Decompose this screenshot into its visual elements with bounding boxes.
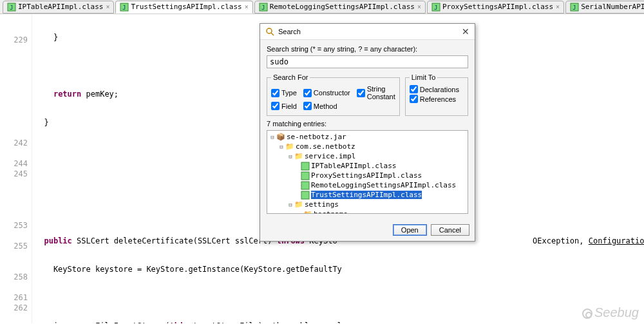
chk-references[interactable]: References: [410, 95, 456, 103]
java-class-icon: J: [7, 3, 16, 12]
svg-line-11: [271, 33, 274, 35]
close-icon[interactable]: ×: [417, 3, 421, 10]
cancel-button[interactable]: Cancel: [431, 224, 469, 236]
search-input[interactable]: [267, 55, 468, 68]
tab-label: SerialNumberAPIImpl.class: [581, 3, 644, 11]
limit-to-group: Limit To Declarations References: [405, 73, 468, 116]
tab-proxysettings[interactable]: J ProxySettingsAPIImpl.class ×: [427, 1, 564, 14]
search-dialog: Search ✕ Search string (* = any string, …: [260, 23, 475, 242]
tab-label: TrustSettingsAPIImpl.class: [131, 3, 242, 11]
java-class-icon: J: [259, 3, 268, 12]
editor-tabbar: J IPTableAPIImpl.class × J TrustSettings…: [0, 0, 644, 14]
svg-text:J: J: [122, 5, 126, 11]
close-icon[interactable]: ×: [106, 3, 109, 10]
search-icon: [265, 27, 274, 36]
package-icon: 📁: [303, 210, 312, 214]
search-for-group: Search For Type Constructor String Const…: [267, 73, 400, 116]
chk-method[interactable]: Method: [303, 102, 337, 110]
java-class-icon: [301, 191, 310, 200]
chk-field[interactable]: Field: [271, 102, 297, 110]
close-icon[interactable]: ×: [245, 3, 249, 10]
chk-declarations[interactable]: Declarations: [410, 85, 459, 93]
close-icon[interactable]: ✕: [462, 26, 469, 37]
dialog-titlebar[interactable]: Search ✕: [260, 24, 475, 40]
svg-text:J: J: [434, 5, 437, 11]
chk-stringconst[interactable]: String Constant: [357, 85, 395, 100]
tab-remotelogging[interactable]: J RemoteLoggingSettingsAPIImpl.class ×: [254, 1, 426, 14]
svg-point-10: [267, 28, 272, 33]
java-class-icon: [301, 162, 310, 171]
java-class-icon: J: [570, 3, 579, 12]
java-class-icon: [301, 171, 310, 180]
svg-rect-13: [301, 172, 309, 180]
tab-label: IPTableAPIImpl.class: [18, 3, 103, 11]
tree-item[interactable]: IPTableAPIImpl.class: [269, 161, 466, 171]
chk-type[interactable]: Type: [271, 89, 297, 97]
tree-item[interactable]: RemoteLoggingSettingsAPIImpl.class: [269, 180, 466, 190]
tab-label: ProxySettingsAPIImpl.class: [442, 3, 553, 11]
close-icon[interactable]: ×: [556, 3, 560, 10]
jar-icon: 📦: [276, 133, 285, 142]
tree-item-selected[interactable]: TrustSettingsAPIImpl.class: [269, 190, 466, 200]
tab-iptable[interactable]: J IPTableAPIImpl.class ×: [3, 1, 114, 14]
svg-text:J: J: [261, 5, 265, 11]
chk-constructor[interactable]: Constructor: [303, 89, 350, 97]
line-gutter: 229 242 244 245 253 255 258 261 262 264: [0, 14, 32, 323]
svg-text:J: J: [10, 5, 13, 11]
tab-serialnumber[interactable]: J SerialNumberAPIImpl.class ×: [565, 1, 644, 14]
search-prompt: Search string (* = any string, ? = any c…: [267, 45, 468, 53]
tree-item[interactable]: ProxySettingsAPIImpl.class: [269, 171, 466, 180]
tab-trustsettings[interactable]: J TrustSettingsAPIImpl.class ×: [115, 1, 252, 14]
dialog-title: Search: [278, 28, 301, 35]
svg-text:J: J: [573, 5, 576, 11]
package-icon: 📁: [285, 142, 294, 151]
java-class-icon: [301, 181, 310, 190]
java-class-icon: J: [120, 3, 129, 12]
svg-rect-15: [301, 191, 309, 199]
java-class-icon: J: [431, 3, 440, 12]
package-icon: 📁: [294, 152, 303, 161]
svg-rect-12: [301, 162, 309, 170]
tab-label: RemoteLoggingSettingsAPIImpl.class: [270, 3, 415, 11]
matching-count: 7 matching entries:: [267, 120, 468, 128]
results-tree[interactable]: ⊟📦se-netbotz.jar ⊟📁com.se.netbotz ⊟📁serv…: [267, 130, 468, 214]
open-button[interactable]: Open: [393, 224, 427, 236]
svg-rect-14: [301, 182, 309, 189]
package-icon: 📁: [294, 200, 303, 209]
